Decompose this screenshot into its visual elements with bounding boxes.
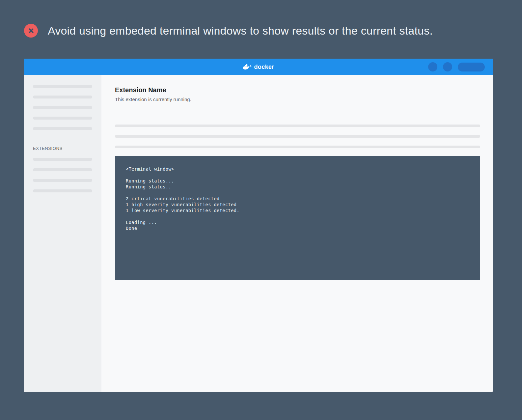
docker-logo: docker (243, 63, 274, 71)
guideline-caption: Avoid using embeded terminal windows to … (24, 24, 433, 38)
sidebar-skeleton-group-top (24, 85, 101, 130)
sidebar-skeleton-bar (33, 189, 92, 192)
guideline-text: Avoid using embeded terminal windows to … (48, 24, 433, 37)
sidebar-skeleton-group-extensions (24, 158, 101, 192)
content-skeleton-group (115, 125, 480, 148)
extension-status-text: This extension is currently running. (115, 97, 480, 102)
sidebar-skeleton-bar (33, 179, 92, 182)
header-control-circle-2[interactable] (443, 62, 452, 71)
sidebar-skeleton-bar (33, 106, 92, 109)
sidebar: EXTENSIONS (24, 75, 101, 392)
window-header: docker (24, 59, 493, 75)
sidebar-skeleton-bar (33, 158, 92, 161)
content-skeleton-bar (115, 135, 480, 138)
app-window: docker EXTENSIONS Extension Name This ex… (24, 59, 493, 392)
sidebar-skeleton-bar (33, 127, 92, 130)
page: { "colors": { "page_bg": "#47596b", "cap… (0, 0, 522, 420)
terminal-output: <Terminal window> Running status... Runn… (126, 166, 469, 231)
content-skeleton-bar (115, 125, 480, 127)
error-x-icon (24, 24, 38, 38)
main-content: Extension Name This extension is current… (101, 75, 493, 392)
docker-logo-text: docker (254, 64, 274, 70)
sidebar-skeleton-bar (33, 168, 92, 171)
sidebar-section-label-extensions: EXTENSIONS (24, 138, 101, 158)
header-control-circle-1[interactable] (428, 62, 437, 71)
docker-whale-icon (243, 63, 253, 71)
sidebar-skeleton-bar (33, 85, 92, 88)
sidebar-skeleton-bar (33, 117, 92, 120)
window-controls (428, 59, 485, 75)
embedded-terminal-window: <Terminal window> Running status... Runn… (115, 156, 480, 280)
extension-title: Extension Name (115, 86, 480, 94)
content-skeleton-bar (115, 146, 480, 148)
header-control-pill[interactable] (458, 63, 485, 71)
window-body: EXTENSIONS Extension Name This extension… (24, 75, 493, 392)
sidebar-skeleton-bar (33, 96, 92, 98)
